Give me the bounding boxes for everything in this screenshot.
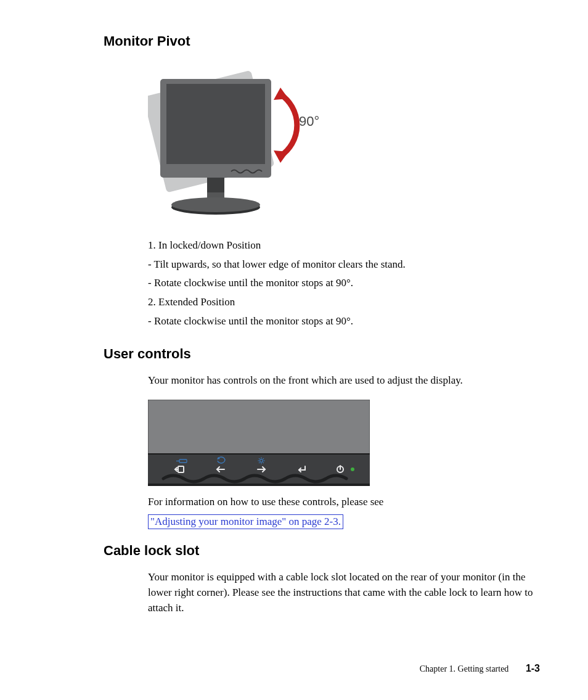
pivot-step-2: 2. Extended Position — [148, 295, 539, 310]
pivot-step-1b: - Rotate clockwise until the monitor sto… — [148, 276, 539, 291]
figure-bezel-controls — [148, 400, 370, 486]
svg-line-23 — [263, 463, 264, 463]
svg-line-22 — [259, 458, 259, 459]
footer-chapter: Chapter 1. Getting started — [420, 664, 509, 673]
bezel-controls-illustration — [148, 400, 370, 486]
svg-rect-9 — [148, 400, 370, 454]
power-led — [351, 467, 354, 471]
figure-monitor-pivot: 90° — [148, 60, 345, 227]
pivot-step-1a: - Tilt upwards, so that lower edge of mo… — [148, 257, 539, 273]
heading-user-controls: User controls — [43, 346, 545, 362]
page-footer: Chapter 1. Getting started 1-3 — [420, 663, 540, 674]
monitor-pivot-illustration — [148, 60, 345, 227]
svg-line-24 — [259, 463, 259, 463]
user-controls-intro: Your monitor has controls on the front w… — [148, 373, 539, 389]
svg-marker-8 — [274, 150, 288, 163]
angle-label: 90° — [299, 113, 319, 130]
user-controls-followup: For information on how to use these cont… — [148, 495, 539, 510]
svg-rect-2 — [166, 84, 265, 164]
footer-page-number: 1-3 — [526, 663, 540, 673]
heading-cable-lock: Cable lock slot — [43, 543, 545, 559]
link-adjusting-image[interactable]: "Adjusting your monitor image" on page 2… — [148, 514, 343, 529]
svg-line-25 — [263, 458, 264, 459]
cable-lock-body: Your monitor is equipped with a cable lo… — [148, 570, 539, 616]
pivot-step-1: 1. In locked/down Position — [148, 238, 539, 253]
rotate-arrow-icon — [274, 88, 297, 163]
svg-marker-7 — [274, 88, 288, 100]
svg-point-6 — [171, 197, 260, 212]
heading-monitor-pivot: Monitor Pivot — [43, 33, 545, 49]
pivot-step-2a: - Rotate clockwise until the monitor sto… — [148, 314, 539, 329]
svg-rect-12 — [148, 484, 370, 486]
